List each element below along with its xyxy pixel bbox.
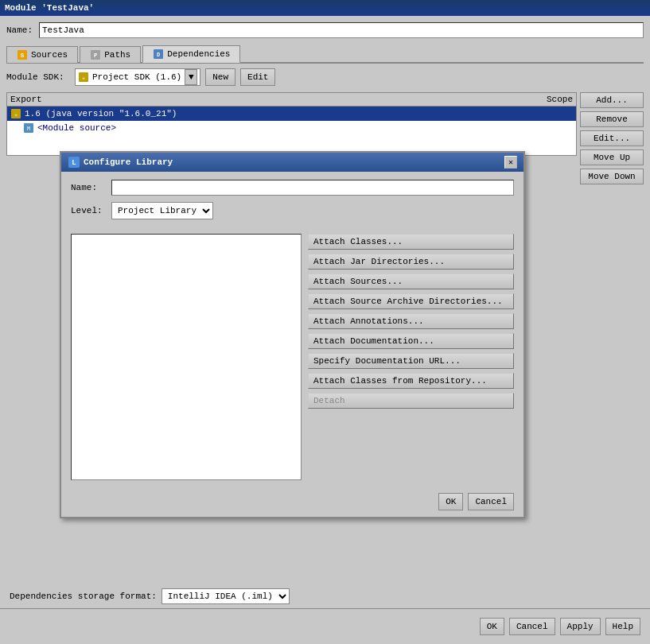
dialog-level-row: Level: Project Library Global Library Mo… xyxy=(71,202,514,219)
dep-row-0-label: 1.6 (java version "1.6.0_21") xyxy=(25,109,177,118)
specify-doc-url-button[interactable]: Specify Documentation URL... xyxy=(308,353,514,369)
dialog-ok-button[interactable]: OK xyxy=(438,493,463,510)
svg-text:☕: ☕ xyxy=(14,111,18,118)
name-label: Name: xyxy=(6,25,34,35)
name-input[interactable] xyxy=(39,22,644,38)
edit-sdk-button[interactable]: Edit xyxy=(240,68,275,86)
dialog-library-list xyxy=(71,234,302,480)
main-window: Name: S Sources P Paths D Dependencies xyxy=(0,16,650,644)
move-up-button[interactable]: Move Up xyxy=(580,149,644,165)
move-down-button[interactable]: Move Down xyxy=(580,169,644,184)
deps-header: Export Scope xyxy=(7,93,576,107)
module-source-icon: M xyxy=(23,122,34,134)
add-button[interactable]: Add... xyxy=(580,92,644,108)
attach-from-repo-button[interactable]: Attach Classes from Repository... xyxy=(308,373,514,389)
tab-paths[interactable]: P Paths xyxy=(80,46,141,63)
title-bar: Module 'TestJava' xyxy=(0,0,650,16)
bottom-bar: OK Cancel Apply Help xyxy=(0,608,650,644)
svg-text:L: L xyxy=(72,159,76,167)
ok-button[interactable]: OK xyxy=(480,618,504,635)
dep-row-0[interactable]: ☕ 1.6 (java version "1.6.0_21") xyxy=(7,107,576,121)
sdk-dropdown[interactable]: ☕ Project SDK (1.6) ▼ xyxy=(75,68,200,86)
dependencies-icon: D xyxy=(153,48,164,60)
dialog-name-input[interactable] xyxy=(111,180,514,196)
storage-format-select[interactable]: IntelliJ IDEA (.iml) Eclipse (.classpath… xyxy=(162,590,289,603)
dialog-cancel-button[interactable]: Cancel xyxy=(468,493,514,510)
dep-row-1[interactable]: M <Module source> xyxy=(7,121,576,135)
sdk-row-icon: ☕ xyxy=(10,108,21,119)
scope-header: Scope xyxy=(509,95,573,104)
tab-sources-label: Sources xyxy=(31,50,68,60)
apply-button[interactable]: Apply xyxy=(560,618,601,635)
storage-format-dropdown[interactable]: IntelliJ IDEA (.iml) Eclipse (.classpath… xyxy=(162,588,290,604)
edit-button[interactable]: Edit... xyxy=(580,130,644,146)
tab-paths-label: Paths xyxy=(104,50,130,60)
deps-list: Export Scope ☕ 1.6 (java version "1.6.0_… xyxy=(6,92,577,156)
svg-text:D: D xyxy=(157,52,160,58)
tab-bar: S Sources P Paths D Dependencies xyxy=(6,45,644,64)
attach-classes-button[interactable]: Attach Classes... xyxy=(308,234,514,250)
configure-library-icon: L xyxy=(68,156,80,169)
sdk-dropdown-arrow[interactable]: ▼ xyxy=(185,69,197,85)
sdk-label: Module SDK: xyxy=(6,72,70,82)
attach-jar-dirs-button[interactable]: Attach Jar Directories... xyxy=(308,254,514,270)
attach-annotations-button[interactable]: Attach Annotations... xyxy=(308,313,514,329)
dep-row-1-label: <Module source> xyxy=(37,123,116,133)
remove-button[interactable]: Remove xyxy=(580,111,644,127)
paths-icon: P xyxy=(90,49,101,60)
dialog-close-button[interactable]: ✕ xyxy=(504,156,517,169)
svg-text:☕: ☕ xyxy=(82,75,85,81)
dialog-content: Name: Level: Project Library Global Libr… xyxy=(61,172,524,234)
configure-library-dialog: L Configure Library ✕ Name: Level: Proje… xyxy=(60,151,525,518)
dialog-level-label: Level: xyxy=(71,206,107,215)
tab-dependencies-label: Dependencies xyxy=(167,49,230,59)
detach-button[interactable]: Detach xyxy=(308,393,514,409)
name-row: Name: xyxy=(6,22,644,38)
svg-text:P: P xyxy=(94,52,97,59)
export-header: Export xyxy=(10,95,509,104)
attach-documentation-button[interactable]: Attach Documentation... xyxy=(308,333,514,349)
sdk-icon: ☕ xyxy=(78,72,89,83)
svg-text:S: S xyxy=(21,52,25,59)
right-buttons: Add... Remove Edit... Move Up Move Down xyxy=(580,92,644,184)
dialog-footer: OK Cancel xyxy=(61,487,524,517)
sources-icon: S xyxy=(17,49,28,60)
module-sdk-row: Module SDK: ☕ Project SDK (1.6) ▼ New Ed… xyxy=(6,68,644,86)
sdk-value: Project SDK (1.6) xyxy=(92,72,181,82)
attach-sources-button[interactable]: Attach Sources... xyxy=(308,274,514,289)
tab-sources[interactable]: S Sources xyxy=(6,46,78,63)
storage-format-label: Dependencies storage format: xyxy=(10,592,157,601)
svg-text:M: M xyxy=(27,126,30,132)
dialog-title-bar: L Configure Library ✕ xyxy=(61,153,524,172)
dialog-title-text: Configure Library xyxy=(84,157,173,167)
new-sdk-button[interactable]: New xyxy=(205,68,235,86)
level-dropdown[interactable]: Project Library Global Library Module Li… xyxy=(111,202,213,219)
dialog-name-label: Name: xyxy=(71,183,107,192)
cancel-button[interactable]: Cancel xyxy=(509,618,555,635)
dialog-action-buttons: Attach Classes... Attach Jar Directories… xyxy=(308,234,514,480)
help-button[interactable]: Help xyxy=(605,618,640,635)
dialog-body: Attach Classes... Attach Jar Directories… xyxy=(61,234,524,487)
attach-source-archive-dirs-button[interactable]: Attach Source Archive Directories... xyxy=(308,293,514,309)
tab-dependencies[interactable]: D Dependencies xyxy=(142,45,240,63)
dialog-title-content: L Configure Library xyxy=(68,156,173,169)
level-select[interactable]: Project Library Global Library Module Li… xyxy=(112,204,212,217)
title-text: Module 'TestJava' xyxy=(5,3,94,13)
storage-format-row: Dependencies storage format: IntelliJ ID… xyxy=(10,588,290,604)
dialog-name-row: Name: xyxy=(71,180,514,196)
